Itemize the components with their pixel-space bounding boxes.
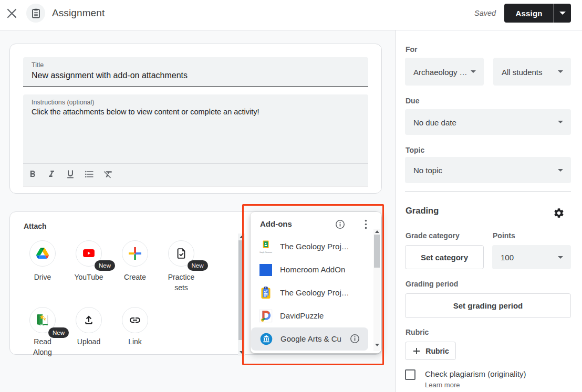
for-label: For (406, 45, 418, 54)
topic-select-value: No topic (413, 166, 442, 175)
davidpuzzle-icon (259, 309, 273, 323)
attach-label: Attach (24, 222, 47, 230)
instructions-field-label: Instructions (optional) (32, 99, 95, 106)
addon-item[interactable]: DavidPuzzle (251, 304, 373, 327)
due-date-select[interactable]: No due date (405, 109, 571, 135)
grading-period-label: Grading period (406, 280, 458, 288)
due-date-value: No due date (413, 118, 456, 126)
set-grading-period-button[interactable]: Set grading period (405, 293, 571, 318)
assignment-clipboard-icon (30, 8, 41, 19)
assign-dropdown-button[interactable] (554, 4, 571, 23)
class-select-value: Archaeology … (413, 67, 467, 76)
gear-icon[interactable] (553, 207, 565, 219)
addons-popup-title: Add-ons (260, 219, 292, 228)
new-badge: New (188, 260, 208, 271)
drive-icon (36, 248, 49, 259)
points-value: 100 (501, 253, 514, 262)
due-label: Due (406, 97, 419, 105)
assign-split-button[interactable]: Assign (504, 4, 571, 23)
background-scrollbar[interactable] (238, 234, 245, 356)
topic-label: Topic (406, 146, 424, 154)
italic-icon[interactable] (45, 168, 58, 181)
scrollbar-thumb[interactable] (374, 235, 380, 268)
addon-name: Homeroom AddOn (280, 265, 345, 274)
students-select-value: All students (502, 67, 543, 76)
read-along-icon (36, 314, 49, 326)
clear-formatting-icon[interactable] (102, 168, 115, 181)
blue-square-icon (259, 263, 273, 277)
scroll-down-icon[interactable] (375, 344, 379, 346)
formatting-toolbar (26, 168, 121, 181)
attach-item-label: Link (118, 336, 152, 347)
attach-create-button[interactable] (122, 240, 148, 267)
assignment-type-badge (26, 4, 45, 23)
attach-link-button[interactable] (122, 307, 148, 333)
close-icon[interactable] (6, 8, 17, 19)
set-category-label: Set category (421, 253, 468, 262)
attach-upload-button[interactable] (76, 307, 102, 333)
students-select[interactable]: All students (493, 58, 571, 86)
plagiarism-checkbox[interactable] (405, 369, 415, 380)
info-icon[interactable] (335, 219, 345, 229)
new-badge: New (95, 260, 115, 271)
addon-name: DavidPuzzle (280, 311, 324, 320)
addon-item[interactable]: The Geology Proj… (251, 281, 373, 304)
link-icon (129, 314, 141, 326)
info-icon[interactable] (350, 334, 360, 344)
title-field[interactable]: Title New assignment with add-on attachm… (23, 57, 368, 87)
scroll-up-icon[interactable] (240, 236, 244, 238)
plagiarism-label: Check plagiarism (originality) (425, 369, 526, 378)
set-category-button[interactable]: Set category (405, 245, 484, 269)
new-badge: New (48, 327, 69, 338)
bold-icon[interactable] (26, 168, 39, 181)
topic-select[interactable]: No topic (405, 157, 571, 183)
bulleted-list-icon[interactable] (83, 168, 96, 181)
kebab-menu-icon[interactable] (361, 219, 371, 229)
grade-category-label: Grade category (406, 231, 460, 240)
class-select[interactable]: Archaeology … (405, 58, 484, 86)
scrollbar-thumb[interactable] (238, 240, 244, 340)
popup-scrollbar[interactable] (373, 229, 380, 351)
attach-item-label: YouTube (71, 272, 106, 282)
points-label: Points (493, 231, 515, 240)
attach-item-label: Practice sets (164, 272, 199, 293)
addon-name: Google Arts & Cu (280, 334, 341, 343)
sidebar-divider (405, 191, 571, 192)
learn-more-link[interactable]: Learn more (425, 381, 460, 389)
addon-item-selected[interactable]: Google Arts & Cu (251, 327, 368, 351)
instructions-field-value[interactable]: Click the attachments below to view cont… (32, 108, 259, 116)
addon-name: The Geology Proj… (280, 288, 348, 297)
saved-status: Saved (474, 9, 496, 17)
practice-sets-icon (175, 247, 188, 260)
addons-popup: Add-ons Google Classroom The Geology Pro… (251, 212, 381, 353)
caret-down-icon (558, 70, 563, 73)
header: Assignment Saved Assign (0, 0, 582, 30)
attach-item-label: Upload (71, 336, 106, 347)
attach-item-label: Drive (25, 272, 60, 282)
instructions-field[interactable]: Instructions (optional) Click the attach… (23, 94, 368, 186)
addon-item[interactable]: Google Classroom The Geology Proj… (251, 235, 373, 258)
rubric-button-label: Rubric (425, 347, 449, 355)
underline-icon[interactable] (64, 168, 77, 181)
assign-button[interactable]: Assign (504, 4, 554, 23)
google-classroom-icon: Google Classroom (259, 240, 273, 253)
addon-item[interactable]: Homeroom AddOn (251, 258, 373, 281)
upload-icon (82, 314, 95, 326)
title-field-value[interactable]: New assignment with add-on attachments (32, 71, 188, 80)
toolbar-divider (23, 163, 368, 164)
caret-down-icon (558, 121, 563, 123)
plus-icon (412, 346, 421, 356)
attach-item-label: Create (118, 272, 152, 282)
add-rubric-button[interactable]: Rubric (405, 342, 456, 360)
grading-title: Grading (406, 206, 439, 216)
set-grading-period-label: Set grading period (453, 301, 523, 310)
page-title: Assignment (52, 7, 105, 19)
create-plus-icon (129, 247, 141, 260)
scroll-down-icon[interactable] (240, 351, 244, 354)
attach-drive-button[interactable] (29, 240, 56, 267)
arts-culture-icon (259, 332, 273, 346)
scroll-up-icon[interactable] (375, 230, 379, 233)
assignment-form-card: Title New assignment with add-on attachm… (9, 44, 382, 194)
points-select[interactable]: 100 (492, 245, 571, 269)
addon-name: The Geology Proj… (280, 242, 348, 251)
